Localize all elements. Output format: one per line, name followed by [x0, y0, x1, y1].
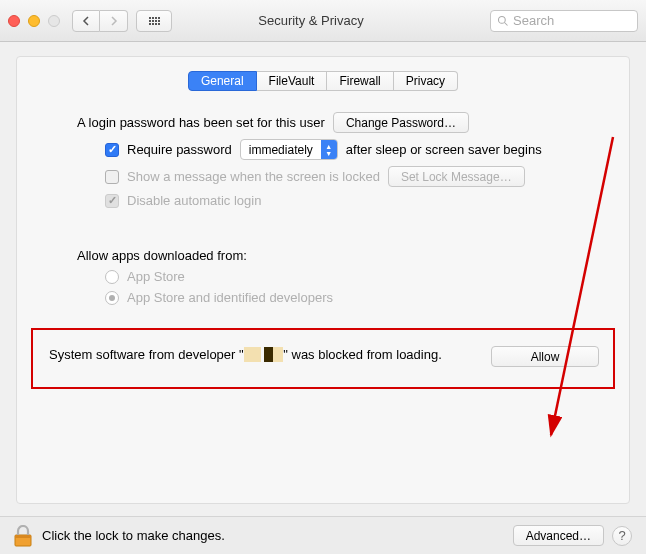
back-button[interactable] — [72, 10, 100, 32]
tab-privacy[interactable]: Privacy — [394, 71, 458, 91]
zoom-window-button — [48, 15, 60, 27]
close-window-button[interactable] — [8, 15, 20, 27]
allow-button[interactable]: Allow — [491, 346, 599, 367]
help-button[interactable]: ? — [612, 526, 632, 546]
require-password-checkbox[interactable] — [105, 143, 119, 157]
blocked-suffix: " was blocked from loading. — [283, 347, 442, 362]
window-title: Security & Privacy — [180, 13, 482, 28]
chevron-left-icon — [82, 16, 90, 26]
blocked-software-notice: System software from developer "xx xx" w… — [31, 328, 615, 389]
advanced-button[interactable]: Advanced… — [513, 525, 604, 546]
blocked-prefix: System software from developer " — [49, 347, 244, 362]
settings-panel: General FileVault Firewall Privacy A log… — [16, 56, 630, 504]
chevron-right-icon — [110, 16, 118, 26]
login-section: A login password has been set for this u… — [17, 109, 629, 211]
show-message-label: Show a message when the screen is locked — [127, 169, 380, 184]
lock-text: Click the lock to make changes. — [42, 528, 225, 543]
footer: Click the lock to make changes. Advanced… — [0, 516, 646, 554]
blocked-text: System software from developer "xx xx" w… — [49, 346, 479, 364]
tab-bar: General FileVault Firewall Privacy — [17, 71, 629, 91]
tab-filevault[interactable]: FileVault — [257, 71, 328, 91]
lock-icon[interactable] — [14, 525, 32, 547]
tab-firewall[interactable]: Firewall — [327, 71, 393, 91]
svg-line-1 — [505, 22, 508, 25]
show-message-checkbox — [105, 170, 119, 184]
traffic-lights — [8, 15, 60, 27]
disable-auto-login-label: Disable automatic login — [127, 193, 261, 208]
titlebar: Security & Privacy Search — [0, 0, 646, 42]
select-arrows-icon: ▲▼ — [321, 140, 337, 159]
content-area: General FileVault Firewall Privacy A log… — [0, 42, 646, 504]
radio-app-store-label: App Store — [127, 269, 185, 284]
search-icon — [497, 15, 509, 27]
forward-button — [100, 10, 128, 32]
radio-identified-developers-label: App Store and identified developers — [127, 290, 333, 305]
show-all-button[interactable] — [136, 10, 172, 32]
blocked-developer-name-redacted: xx — [244, 347, 261, 362]
change-password-button[interactable]: Change Password… — [333, 112, 469, 133]
search-placeholder: Search — [513, 13, 554, 28]
require-password-suffix: after sleep or screen saver begins — [346, 142, 542, 157]
search-input[interactable]: Search — [490, 10, 638, 32]
grid-icon — [149, 17, 160, 25]
require-password-label: Require password — [127, 142, 232, 157]
set-lock-message-button: Set Lock Message… — [388, 166, 525, 187]
blocked-developer-name-redacted-3: x — [273, 347, 284, 362]
select-value: immediately — [249, 143, 313, 157]
gatekeeper-heading: Allow apps downloaded from: — [77, 248, 247, 263]
nav-buttons — [72, 10, 128, 32]
svg-rect-4 — [15, 535, 31, 538]
svg-point-0 — [499, 16, 506, 23]
tab-general[interactable]: General — [188, 71, 257, 91]
radio-identified-developers — [105, 291, 119, 305]
radio-app-store — [105, 270, 119, 284]
blocked-developer-name-redacted-2: x — [264, 347, 273, 362]
minimize-window-button[interactable] — [28, 15, 40, 27]
password-set-label: A login password has been set for this u… — [77, 115, 325, 130]
gatekeeper-section: Allow apps downloaded from: App Store Ap… — [17, 211, 629, 308]
require-password-delay-select[interactable]: immediately ▲▼ — [240, 139, 338, 160]
disable-auto-login-checkbox — [105, 194, 119, 208]
